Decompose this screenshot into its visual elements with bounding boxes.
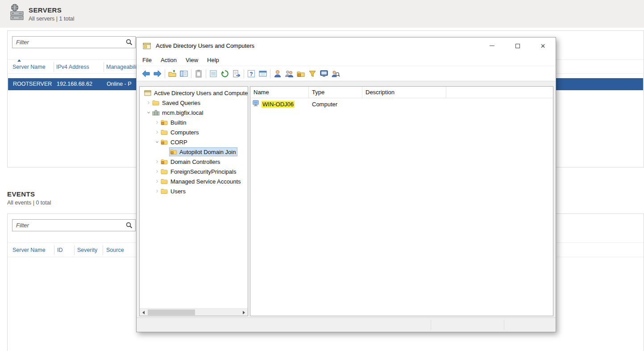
aduc-workarea: Active Directory Users and Computers Sav… [137, 81, 556, 318]
tree-item-label: Users [170, 188, 186, 195]
selected-tree-item[interactable]: Autopilot Domain Join [169, 147, 237, 156]
view-options-icon[interactable] [258, 69, 268, 79]
new-organizational-unit-icon[interactable] [295, 69, 306, 79]
servers-header-band: SERVERS All servers | 1 total [0, 0, 644, 28]
menu-view[interactable]: View [186, 57, 198, 63]
up-one-level-icon[interactable] [167, 69, 178, 79]
show-console-tree-icon[interactable] [179, 69, 189, 79]
column-header-severity[interactable]: Severity [77, 247, 97, 253]
column-header-ipv4-address[interactable]: IPv4 Address [56, 64, 89, 70]
scroll-left-arrow[interactable] [140, 309, 147, 316]
tree-item-foreign-security-principals[interactable]: ForeignSecurityPrincipals [154, 167, 248, 176]
tree-item-domain-controllers[interactable]: Domain Controllers [154, 157, 248, 167]
export-list-icon[interactable] [231, 69, 242, 79]
list-column-description[interactable]: Description [362, 87, 446, 98]
ou-folder-icon [161, 119, 168, 126]
tree-item-corp[interactable]: CORP [154, 137, 248, 147]
new-group-icon[interactable] [284, 69, 295, 79]
column-header-server-name[interactable]: Server Name [12, 64, 46, 70]
tree-horizontal-scrollbar[interactable] [140, 308, 248, 316]
chevron-right-icon[interactable] [154, 168, 161, 175]
toolbar [137, 66, 556, 81]
menu-file[interactable]: File [142, 57, 152, 63]
chevron-down-icon[interactable] [145, 109, 152, 116]
toolbar-separator [206, 69, 206, 78]
minimize-button[interactable] [479, 38, 505, 54]
menu-help[interactable]: Help [207, 57, 219, 63]
new-user-icon[interactable] [272, 69, 283, 79]
chevron-right-icon[interactable] [145, 99, 152, 106]
tree-item-saved-queries[interactable]: Saved Queries [145, 98, 248, 108]
column-header-id[interactable]: ID [57, 247, 63, 253]
tree-item-label: Computers [170, 129, 199, 136]
tree-item-autopilot-domain-join[interactable]: Autopilot Domain Join [162, 147, 248, 157]
ou-folder-icon [161, 158, 168, 165]
menu-bar: File Action View Help [137, 54, 556, 66]
display-options-icon[interactable] [319, 69, 329, 79]
status-segment [504, 320, 554, 330]
tree-item-domain[interactable]: mcm.bigfix.local [145, 108, 248, 117]
domain-icon [152, 109, 160, 116]
computer-icon [253, 100, 260, 108]
list-header: Name Type Description [250, 87, 553, 98]
list-row-win-odj06[interactable]: WIN-ODJ06 Computer [250, 98, 553, 110]
computer-type-cell: Computer [309, 101, 362, 108]
tree-item-root[interactable]: Active Directory Users and Computers [144, 88, 248, 98]
paste-icon[interactable] [193, 69, 204, 79]
aduc-titlebar[interactable]: Active Directory Users and Computers × [137, 38, 556, 54]
list-column-name[interactable]: Name [250, 87, 309, 98]
folder-icon [161, 129, 168, 136]
back-icon[interactable] [141, 69, 151, 79]
tree-item-label: mcm.bigfix.local [162, 109, 203, 116]
ou-folder-icon [170, 148, 178, 155]
column-header-manageability[interactable]: Manageability [106, 64, 141, 70]
refresh-icon[interactable] [220, 69, 230, 79]
maximize-button[interactable] [505, 38, 530, 54]
column-divider [104, 62, 104, 72]
events-header: EVENTS All events | 0 total [7, 190, 51, 206]
tree-item-users[interactable]: Users [154, 186, 248, 196]
chevron-right-icon[interactable] [154, 188, 161, 195]
chevron-right-icon[interactable] [154, 158, 161, 165]
details-list-pane: Name Type Description WIN-ODJ06 Computer [250, 86, 553, 316]
tree-item-builtin[interactable]: Builtin [154, 117, 248, 127]
folder-icon [161, 168, 168, 175]
status-bar [137, 318, 556, 332]
console-tree-pane: Active Directory Users and Computers Sav… [139, 86, 248, 316]
forward-icon[interactable] [152, 69, 163, 79]
toolbar-separator [270, 69, 270, 78]
filter-icon[interactable] [307, 69, 318, 79]
events-filter-input[interactable] [12, 219, 136, 231]
chevron-placeholder [162, 148, 169, 155]
help-icon[interactable] [246, 69, 257, 79]
find-icon[interactable] [330, 69, 341, 79]
column-header-server-name[interactable]: Server Name [12, 247, 46, 253]
column-divider [54, 245, 54, 255]
column-header-source[interactable]: Source [106, 247, 124, 253]
minimize-icon [490, 46, 494, 46]
chevron-right-icon[interactable] [154, 178, 161, 185]
scroll-right-arrow[interactable] [240, 309, 248, 316]
chevron-right-icon[interactable] [154, 119, 161, 126]
tree-item-label: Builtin [170, 119, 186, 126]
chevron-down-icon[interactable] [154, 138, 161, 146]
status-segment [431, 320, 504, 330]
tree-item-computers[interactable]: Computers [154, 127, 248, 137]
column-divider [74, 245, 75, 255]
column-divider [103, 245, 103, 255]
properties-icon[interactable] [208, 69, 219, 79]
chevron-right-icon[interactable] [154, 129, 161, 136]
close-button[interactable]: × [530, 38, 556, 54]
tree-item-managed-service-accounts[interactable]: Managed Service Accounts [154, 176, 248, 186]
tree-item-label: Domain Controllers [170, 159, 220, 165]
search-icon [126, 222, 133, 229]
server-ipv4-cell: 192.168.68.62 [57, 78, 92, 90]
servers-filter-input[interactable] [12, 36, 136, 48]
toolbar-separator [191, 69, 191, 78]
menu-action[interactable]: Action [161, 57, 177, 63]
folder-icon [161, 178, 168, 185]
list-column-type[interactable]: Type [309, 87, 362, 98]
servers-icon [9, 4, 25, 21]
scrollbar-thumb[interactable] [148, 309, 195, 315]
server-manager-screen: SERVERS All servers | 1 total Server Nam… [0, 0, 644, 351]
